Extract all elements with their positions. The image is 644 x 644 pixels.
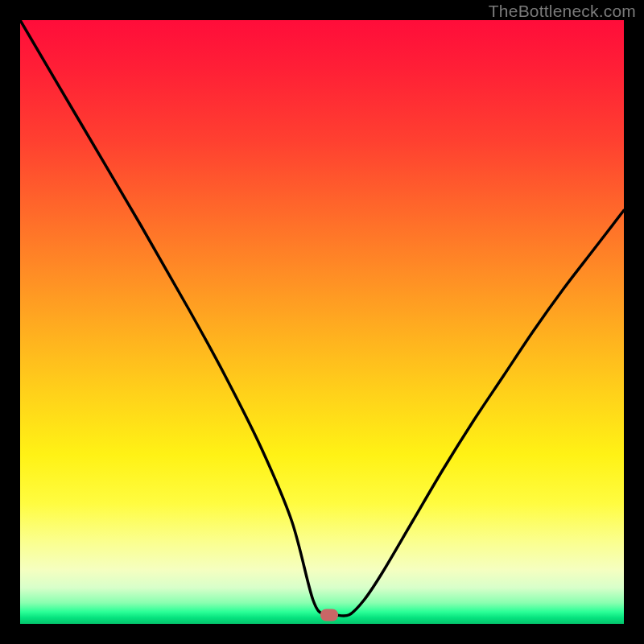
optimal-marker [320,609,338,621]
chart-frame: TheBottleneck.com [0,0,644,644]
plot-area [20,20,624,624]
watermark-text: TheBottleneck.com [489,2,636,21]
curve-svg [20,20,624,624]
bottleneck-curve [20,20,624,616]
